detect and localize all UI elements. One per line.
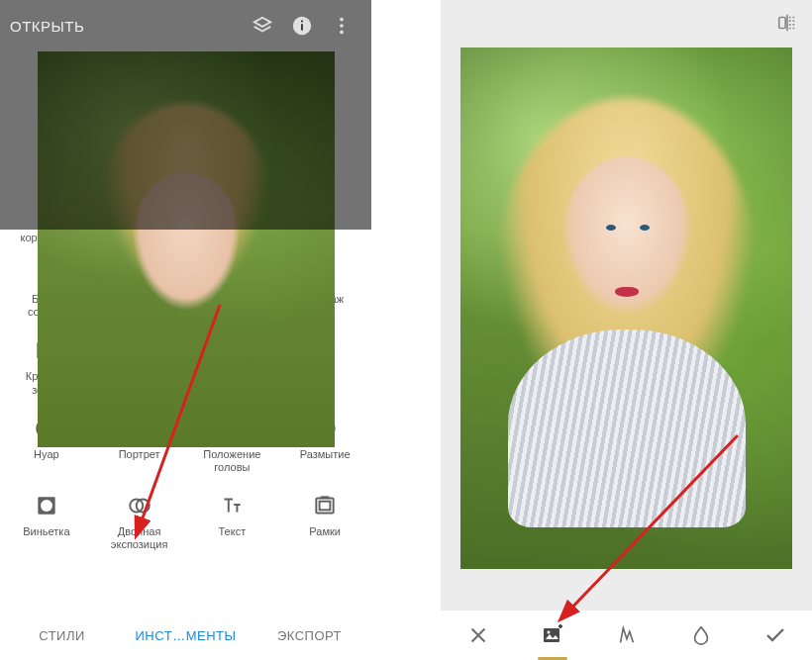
tool-label: Рамки: [309, 525, 341, 551]
svg-point-4: [340, 24, 344, 28]
open-button[interactable]: ОТКРЫТЬ: [10, 18, 84, 35]
add-image-button[interactable]: [528, 611, 577, 660]
double-exposure-icon: [126, 492, 153, 519]
svg-point-43: [547, 631, 550, 634]
double-exposure-toolbar: [441, 611, 812, 660]
layers-icon[interactable]: [243, 6, 282, 46]
editor-canvas: [441, 0, 812, 611]
tool-vignette[interactable]: Виньетка: [0, 492, 93, 551]
left-screenshot: ОТКРЫТЬ коррекция коррекция Блеск софита: [0, 0, 371, 660]
right-screenshot: [441, 0, 812, 660]
tab-styles[interactable]: СТИЛИ: [0, 614, 124, 656]
svg-point-3: [340, 18, 344, 22]
apply-button[interactable]: [751, 611, 800, 660]
svg-point-5: [340, 31, 344, 35]
bottom-tabs: СТИЛИ ИНСТ…МЕНТЫ ЭКСПОРТ: [0, 614, 371, 656]
tab-export[interactable]: ЭКСПОРТ: [248, 614, 371, 656]
panel-gap: [371, 0, 441, 660]
tool-label: Виньетка: [23, 525, 69, 551]
info-icon[interactable]: [282, 6, 322, 46]
svg-rect-1: [301, 24, 303, 30]
frames-icon: [311, 492, 339, 519]
tool-frames[interactable]: Рамки: [278, 492, 371, 551]
tool-double-exposure[interactable]: Двойная экспозиция: [93, 492, 186, 551]
left-photo-preview: ОТКРЫТЬ: [0, 0, 371, 230]
compare-icon[interactable]: [776, 12, 798, 34]
top-toolbar: ОТКРЫТЬ: [0, 0, 371, 51]
svg-rect-2: [301, 21, 303, 23]
tool-label: Двойная экспозиция: [111, 525, 168, 551]
svg-point-36: [41, 500, 52, 512]
blend-mode-button[interactable]: [602, 611, 652, 660]
close-button[interactable]: [454, 611, 503, 660]
text-icon: [218, 492, 246, 519]
tool-label: Портрет: [119, 448, 160, 474]
tool-label: Текст: [219, 525, 247, 551]
svg-rect-40: [320, 502, 331, 511]
tool-label: Размытие: [300, 448, 351, 474]
svg-rect-42: [544, 628, 559, 642]
vignette-icon: [33, 492, 60, 519]
tab-tools[interactable]: ИНСТ…МЕНТЫ: [124, 614, 248, 656]
svg-rect-41: [779, 18, 785, 29]
tool-text[interactable]: Текст: [186, 492, 279, 551]
tool-label: Положение головы: [203, 448, 260, 474]
opacity-button[interactable]: [676, 611, 726, 660]
main-photo[interactable]: [460, 47, 792, 569]
tool-label: Нуар: [34, 448, 59, 474]
more-icon[interactable]: [322, 6, 361, 46]
